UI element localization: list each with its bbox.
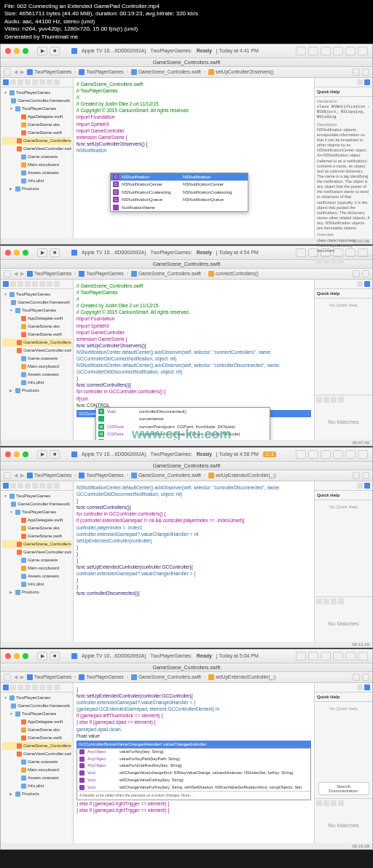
inspector-tab-icon[interactable] — [357, 483, 363, 489]
disclosure-icon[interactable]: ▼ — [4, 494, 8, 500]
search-documentation-button[interactable]: Search Documentation — [318, 782, 369, 795]
disclosure-icon[interactable]: ▼ — [4, 695, 8, 701]
tree-item[interactable]: AppDelegate.swift — [2, 113, 71, 121]
nav-tab-icon[interactable] — [54, 483, 60, 489]
tree-item[interactable]: AppDelegate.swift — [2, 718, 71, 726]
editor-mode-icon[interactable] — [296, 652, 306, 660]
panel-toggle-icon[interactable] — [333, 450, 343, 459]
tree-item[interactable]: Assets.xcassets — [2, 774, 71, 782]
tree-item[interactable]: GameScene.swift — [2, 734, 71, 742]
disclosure-icon[interactable]: ▼ — [9, 106, 14, 112]
autocomplete-popup[interactable]: AnyObjectvalueForKey(key: String)AnyObje… — [76, 748, 311, 800]
stop-button[interactable]: ■ — [50, 652, 60, 660]
code-line[interactable]: if (gamepad.leftThumbstick == element) { — [76, 712, 311, 719]
close-window-icon[interactable] — [5, 250, 11, 256]
nav-tab-icon[interactable] — [54, 684, 60, 690]
code-line[interactable]: Float value — [76, 733, 311, 739]
disclosure-icon[interactable]: ▼ — [9, 510, 14, 516]
nav-tab-icon[interactable] — [39, 684, 45, 690]
back-icon[interactable]: ◀ — [14, 271, 17, 277]
autocomplete-popup[interactable]: CNSNotificationNSNotificationCNSNotifica… — [110, 173, 248, 212]
editor-mode-icon[interactable] — [296, 450, 306, 459]
minimize-window-icon[interactable] — [14, 451, 20, 457]
tree-item[interactable]: Info.plist — [2, 379, 71, 387]
stop-button[interactable]: ■ — [50, 248, 60, 257]
tree-item[interactable]: GameScene.swift — [2, 129, 71, 137]
code-line[interactable]: // GameScene_Controllers.swift — [76, 283, 311, 289]
navigator-selector[interactable] — [1, 280, 73, 289]
nav-tab-icon[interactable] — [3, 281, 9, 287]
breadcrumb-segment[interactable]: connectControllers() — [208, 271, 259, 277]
breadcrumb-segment[interactable]: TwoPlayerGames — [27, 674, 71, 680]
code-line[interactable]: } — [76, 544, 311, 551]
stop-button[interactable]: ■ — [50, 47, 60, 55]
tree-item[interactable]: Info.plist — [2, 177, 71, 185]
zoom-window-icon[interactable] — [23, 250, 28, 256]
disclosure-icon[interactable]: ▶ — [9, 186, 14, 192]
editor-mode-icon[interactable] — [308, 652, 318, 660]
nav-tab-icon[interactable] — [47, 79, 52, 85]
panel-toggle-icon[interactable] — [358, 652, 368, 660]
tree-item[interactable]: Main.storyboard — [2, 363, 71, 371]
nav-tab-icon[interactable] — [25, 684, 31, 690]
tree-item[interactable]: AppDelegate.swift — [2, 516, 71, 524]
code-line[interactable]: if (controller.extendedGamepad != nil &&… — [76, 517, 311, 524]
tree-item[interactable]: GameScene.swift — [2, 331, 71, 339]
code-line[interactable]: } — [76, 583, 311, 590]
library-selector[interactable] — [315, 596, 372, 606]
tree-item[interactable]: ▼TwoPlayerGames — [2, 89, 71, 97]
code-line[interactable]: func connectControllers(){ — [76, 504, 311, 510]
tree-item[interactable]: ▼TwoPlayerGames — [2, 508, 71, 516]
code-line[interactable]: for controller in GCController.controlle… — [76, 388, 311, 395]
editor-mode-icon[interactable] — [308, 47, 318, 55]
code-line[interactable]: import GameController — [76, 127, 311, 134]
tree-item[interactable]: ▶Products — [2, 790, 71, 798]
tree-item[interactable]: GameScene_Controllers.swift — [2, 540, 71, 548]
nav-tab-icon[interactable] — [47, 684, 52, 690]
jump-bar-icon[interactable] — [353, 68, 360, 76]
related-items-icon[interactable] — [4, 674, 11, 681]
scheme-icon[interactable] — [71, 451, 77, 457]
code-line[interactable]: // — [76, 94, 311, 100]
breadcrumb-segment[interactable]: GameScene_Controllers.swift — [131, 271, 201, 277]
library-selector[interactable] — [315, 256, 372, 265]
tree-item[interactable]: Assets.xcassets — [2, 572, 71, 580]
panel-toggle-icon[interactable] — [358, 47, 368, 55]
source-editor[interactable]: NSNotificationCenter.defaultCenter().add… — [74, 481, 314, 642]
tree-item[interactable]: GameScene.sks — [2, 121, 71, 129]
code-line[interactable]: NSNotification — [76, 147, 311, 154]
editor-mode-icon[interactable] — [296, 47, 306, 55]
run-button[interactable]: ▶ — [37, 47, 47, 55]
tree-item[interactable]: GameController.framework — [2, 299, 71, 307]
code-line[interactable]: NSNotificationCenter.defaultCenter().add… — [76, 349, 311, 355]
disclosure-icon[interactable]: ▼ — [9, 711, 14, 717]
code-line[interactable]: // Created by Justin Dike 2 on 11/12/15. — [76, 100, 311, 107]
code-line[interactable]: GCControllerDidDisconnectNotification, o… — [76, 368, 311, 375]
disclosure-icon[interactable]: ▶ — [9, 590, 14, 596]
tree-item[interactable]: GameScene.sks — [2, 323, 71, 331]
library-selector[interactable] — [315, 395, 372, 404]
breadcrumb-segment[interactable]: GameScene_Controllers.swift — [131, 674, 201, 680]
autocomplete-row[interactable]: AnyObjectvalueForUndefinedKey(key: Strin… — [77, 762, 310, 770]
nav-tab-icon[interactable] — [10, 483, 16, 489]
editor-mode-icon[interactable] — [321, 652, 331, 660]
close-window-icon[interactable] — [5, 451, 11, 457]
zoom-window-icon[interactable] — [23, 451, 28, 457]
code-line[interactable]: } — [76, 557, 311, 564]
inspector-tab-icon[interactable] — [364, 483, 370, 489]
code-line[interactable]: func setUpControllerObservers(){ — [76, 342, 311, 349]
nav-tab-icon[interactable] — [39, 281, 45, 287]
jump-bar-icon[interactable] — [353, 472, 360, 479]
code-line[interactable]: import GameController — [76, 329, 311, 336]
nav-tab-icon[interactable] — [32, 79, 38, 85]
code-line[interactable]: import SpriteKit — [76, 323, 311, 329]
nav-tab-icon[interactable] — [47, 281, 52, 287]
autocomplete-row[interactable]: AnyObjectvalueForKeyPath(keyPath: String… — [77, 756, 310, 763]
tree-item[interactable]: ▼TwoPlayerGames — [2, 307, 71, 315]
jump-bar-icon[interactable] — [362, 472, 369, 479]
jump-bar[interactable]: ◀▶TwoPlayerGames›TwoPlayerGames›GameScen… — [1, 67, 372, 78]
code-line[interactable]: import Foundation — [76, 315, 311, 322]
source-editor[interactable]: // GameScene_Controllers.swift// TwoPlay… — [74, 280, 314, 440]
code-line[interactable]: } else if (gamepad.dpad == element) { — [76, 719, 311, 725]
code-line[interactable]: controller.extendedGamepad?.valueChanged… — [76, 531, 311, 537]
